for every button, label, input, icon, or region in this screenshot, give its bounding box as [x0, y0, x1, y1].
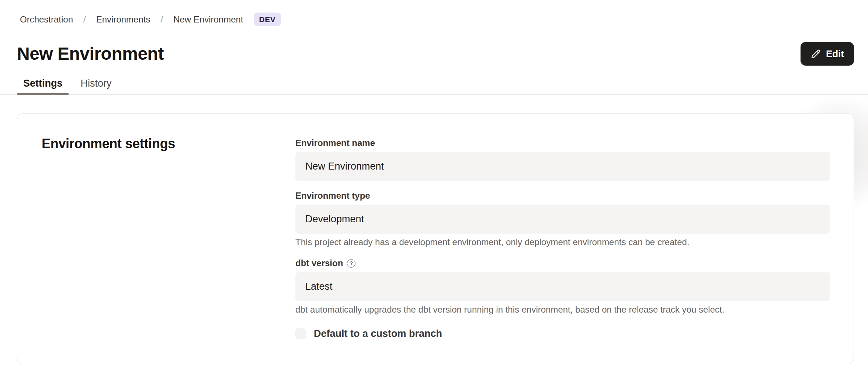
- tab-history[interactable]: History: [75, 72, 118, 94]
- custom-branch-row: Default to a custom branch: [295, 328, 830, 340]
- environment-name-input[interactable]: [295, 152, 830, 181]
- dbt-version-helper: dbt automatically upgrades the dbt versi…: [295, 304, 830, 314]
- page-header: New Environment Edit: [17, 42, 854, 66]
- environment-dev-badge: DEV: [254, 13, 281, 26]
- tab-settings[interactable]: Settings: [17, 72, 69, 94]
- question-circle-icon[interactable]: ?: [347, 259, 355, 268]
- edit-button-label: Edit: [826, 48, 844, 60]
- custom-branch-checkbox[interactable]: [295, 328, 306, 339]
- environment-type-helper: This project already has a development e…: [295, 237, 830, 247]
- breadcrumb-separator: /: [160, 14, 163, 25]
- card-heading-column: Environment settings: [42, 135, 295, 364]
- breadcrumb-orchestration[interactable]: Orchestration: [20, 14, 73, 25]
- environment-settings-card: Environment settings Environment name En…: [17, 113, 854, 364]
- card-form-column: Environment name Environment type This p…: [295, 135, 830, 364]
- edit-button[interactable]: Edit: [801, 42, 854, 66]
- custom-branch-label: Default to a custom branch: [314, 328, 442, 340]
- dbt-version-field: dbt version ? dbt automatically upgrades…: [295, 258, 830, 314]
- breadcrumb-environments[interactable]: Environments: [96, 14, 150, 25]
- environment-type-input[interactable]: [295, 205, 830, 234]
- environment-type-field: Environment type This project already ha…: [295, 191, 830, 247]
- environment-name-field: Environment name: [295, 138, 830, 181]
- environment-type-label: Environment type: [295, 191, 830, 201]
- breadcrumb-current-page: New Environment: [173, 14, 243, 25]
- tab-bar: Settings History: [0, 72, 868, 95]
- card-heading: Environment settings: [42, 135, 295, 152]
- pencil-icon: [810, 49, 821, 59]
- page-title: New Environment: [17, 44, 164, 63]
- breadcrumb-separator: /: [83, 14, 86, 25]
- dbt-version-label: dbt version ?: [295, 258, 830, 268]
- environment-name-label: Environment name: [295, 138, 830, 148]
- dbt-version-input[interactable]: [295, 272, 830, 301]
- breadcrumb: Orchestration / Environments / New Envir…: [20, 13, 868, 26]
- dbt-version-label-text: dbt version: [295, 258, 343, 268]
